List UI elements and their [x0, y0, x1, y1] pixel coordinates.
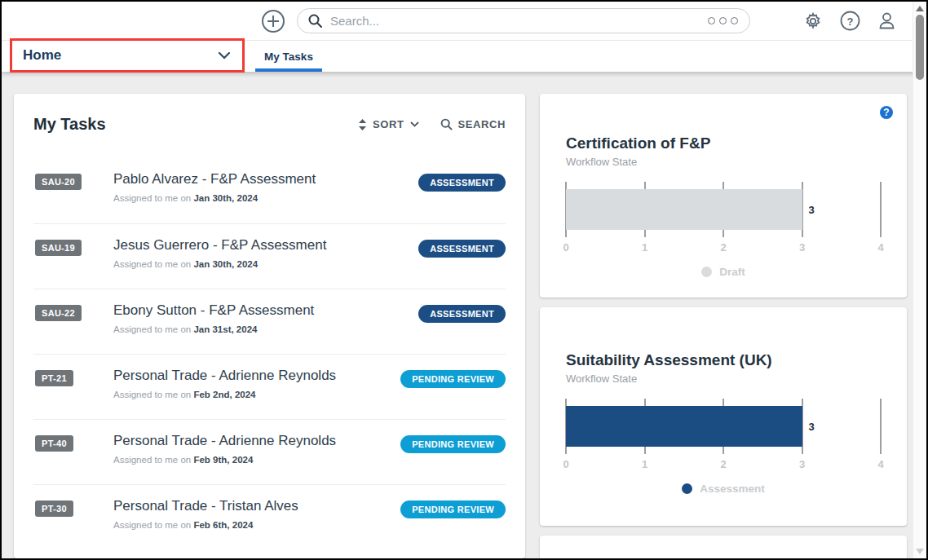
bar-value-label: 3 — [809, 204, 815, 216]
my-tasks-tools: SORT SEARCH — [358, 118, 506, 130]
tick-label: 1 — [642, 241, 647, 254]
task-date: Feb 9th, 2024 — [193, 455, 253, 465]
chart-card-certification: ? Certification of F&P Workflow State 3 … — [540, 94, 907, 298]
task-row[interactable]: PT-40 Personal Trade - Adrienne Reynolds… — [33, 419, 506, 484]
bar-assessment — [566, 406, 802, 447]
task-date: Jan 31st, 2024 — [193, 324, 257, 334]
settings-button[interactable] — [802, 11, 824, 32]
task-list: SAU-20 Pablo Alvarez - F&P Assessment As… — [33, 158, 506, 549]
gridline — [880, 182, 882, 237]
task-date: Jan 30th, 2024 — [193, 259, 258, 269]
task-title: Personal Trade - Adrienne Reynolds — [113, 433, 400, 449]
home-nav-dropdown[interactable]: Home — [10, 38, 245, 73]
bar-chart-plot: 3 — [566, 399, 881, 454]
chart-title: Suitability Assessment (UK) — [566, 351, 881, 369]
chart-help-badge-icon[interactable]: ? — [880, 106, 893, 119]
task-date: Jan 30th, 2024 — [193, 193, 258, 203]
tick-label: 3 — [799, 458, 805, 470]
gridline — [880, 399, 882, 454]
task-title: Ebony Sutton - F&P Assessment — [113, 302, 418, 319]
top-bar: ? — [2, 2, 926, 41]
scrollbar-thumb[interactable] — [916, 15, 924, 80]
home-nav-label: Home — [23, 47, 61, 64]
search-tasks-label: SEARCH — [458, 118, 506, 130]
task-title: Jesus Guerrero - F&P Assessment — [113, 237, 418, 254]
status-badge: ASSESSMENT — [418, 174, 506, 192]
task-title: Personal Trade - Tristan Alves — [113, 498, 400, 514]
nav-bar: Home My Tasks — [2, 41, 926, 72]
chart-title: Certification of F&P — [566, 134, 881, 152]
task-assigned-text: Assigned to me on Jan 30th, 2024 — [113, 259, 418, 269]
bar-chart-plot: 3 — [566, 182, 881, 237]
global-search[interactable] — [297, 8, 750, 33]
task-id-badge: PT-30 — [35, 500, 73, 517]
task-id-badge: SAU-20 — [35, 174, 82, 190]
svg-text:?: ? — [846, 15, 853, 28]
plus-icon — [261, 9, 285, 33]
task-row[interactable]: SAU-22 Ebony Sutton - F&P Assessment Ass… — [33, 289, 506, 354]
user-icon — [877, 11, 897, 31]
tick-label: 4 — [877, 458, 883, 470]
tab-my-tasks-label: My Tasks — [264, 51, 313, 63]
account-button[interactable] — [876, 11, 897, 32]
sort-label: SORT — [373, 118, 404, 130]
chart-legend: Draft — [566, 266, 881, 278]
tick-label: 2 — [720, 241, 726, 254]
my-tasks-header: My Tasks SORT — [33, 115, 506, 134]
chart-subtitle: Workflow State — [566, 373, 881, 385]
task-date: Feb 6th, 2024 — [193, 520, 253, 530]
task-assigned-text: Assigned to me on Feb 6th, 2024 — [113, 520, 400, 530]
charts-column: ? Certification of F&P Workflow State 3 … — [540, 94, 907, 558]
next-chart-card-partial — [540, 536, 907, 560]
task-row[interactable]: PT-21 Personal Trade - Adrienne Reynolds… — [33, 354, 506, 419]
chevron-down-icon — [218, 51, 231, 60]
vertical-scrollbar[interactable] — [913, 2, 926, 558]
tab-active-indicator — [255, 68, 322, 72]
topbar-icon-group: ? — [802, 11, 897, 32]
scrollbar-up-arrow-icon[interactable] — [916, 6, 924, 11]
task-assigned-text: Assigned to me on Jan 30th, 2024 — [113, 193, 418, 203]
tick-label: 2 — [720, 458, 726, 470]
task-row[interactable]: PT-30 Personal Trade - Tristan Alves Ass… — [33, 484, 506, 549]
task-row[interactable]: SAU-20 Pablo Alvarez - F&P Assessment As… — [33, 158, 506, 223]
search-tasks-button[interactable]: SEARCH — [440, 118, 506, 130]
tick-label: 0 — [563, 241, 568, 254]
tick-label: 3 — [799, 241, 805, 254]
bar-draft — [566, 189, 802, 230]
bar-value-label: 3 — [809, 421, 815, 433]
tick-label: 4 — [877, 241, 883, 254]
sort-button[interactable]: SORT — [358, 118, 419, 130]
my-tasks-title: My Tasks — [33, 115, 106, 134]
status-badge: ASSESSMENT — [418, 240, 506, 258]
legend-dot — [701, 267, 712, 277]
legend-label: Assessment — [700, 483, 765, 495]
help-icon: ? — [840, 11, 860, 31]
my-tasks-panel: My Tasks SORT — [14, 94, 525, 558]
task-assigned-text: Assigned to me on Feb 9th, 2024 — [113, 455, 400, 465]
create-button[interactable] — [261, 9, 285, 33]
chart-x-axis: 01234 — [566, 240, 881, 256]
scrollbar-down-arrow-icon[interactable] — [916, 549, 924, 554]
task-title: Pablo Alvarez - F&P Assessment — [113, 171, 418, 187]
sort-icon — [358, 119, 367, 130]
status-badge: PENDING REVIEW — [400, 370, 506, 388]
task-id-badge: SAU-19 — [35, 240, 82, 256]
help-button[interactable]: ? — [839, 11, 860, 32]
search-input[interactable] — [330, 14, 699, 28]
task-id-badge: SAU-22 — [35, 305, 82, 321]
status-badge: PENDING REVIEW — [400, 500, 506, 518]
task-date: Feb 2nd, 2024 — [193, 390, 255, 399]
task-id-badge: PT-21 — [35, 370, 73, 386]
task-assigned-text: Assigned to me on Feb 2nd, 2024 — [113, 390, 400, 399]
search-icon — [307, 13, 323, 29]
tab-my-tasks[interactable]: My Tasks — [255, 41, 322, 72]
status-badge: PENDING REVIEW — [400, 435, 506, 453]
overflow-dots-icon[interactable] — [706, 14, 740, 28]
chart-card-suitability: Suitability Assessment (UK) Workflow Sta… — [540, 307, 907, 526]
search-icon — [440, 118, 453, 130]
legend-label: Draft — [719, 266, 745, 278]
chevron-down-icon — [410, 121, 419, 127]
task-row[interactable]: SAU-19 Jesus Guerrero - F&P Assessment A… — [33, 223, 506, 289]
tick-label: 0 — [563, 458, 568, 470]
task-title: Personal Trade - Adrienne Reynolds — [113, 368, 400, 384]
